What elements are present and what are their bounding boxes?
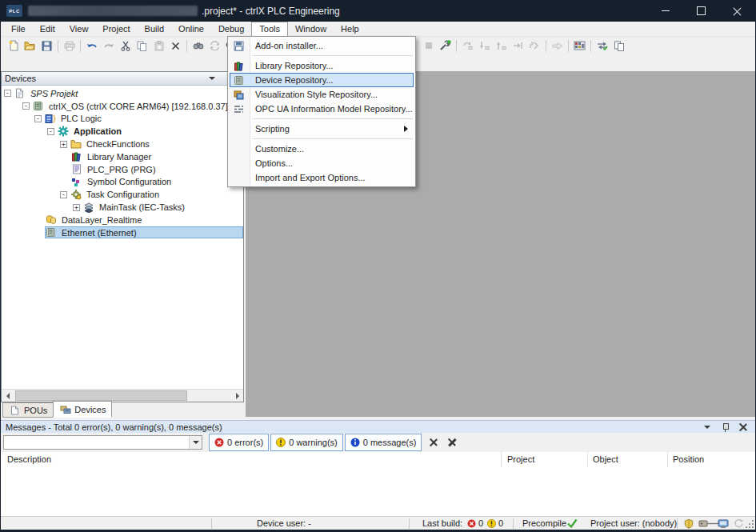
user-shield-icon[interactable]: [684, 518, 694, 529]
tree-item-datalayer-realtime[interactable]: DataLayer_Realtime: [2, 214, 243, 226]
tree-item-ctrlx-os[interactable]: - ctrlX_OS (ctrlX CORE ARM64) [192.168.0…: [2, 100, 243, 113]
menu-item-addon-installer[interactable]: Add-on installer...: [230, 38, 414, 53]
paste-icon[interactable]: [150, 38, 167, 54]
print-icon[interactable]: [61, 38, 78, 54]
menu-view[interactable]: View: [62, 22, 96, 36]
toolbar-separator: [80, 40, 81, 52]
compare-objects-icon[interactable]: [610, 38, 627, 54]
menu-edit[interactable]: Edit: [33, 22, 62, 36]
collapse-icon[interactable]: -: [47, 128, 54, 135]
device-user-status: Device user: -: [257, 517, 311, 530]
save-icon[interactable]: [38, 38, 55, 54]
menu-item-options[interactable]: Options...: [230, 156, 414, 170]
new-file-icon[interactable]: [5, 38, 22, 54]
refresh-icon[interactable]: [734, 518, 744, 529]
tree-item-application[interactable]: - Application: [2, 125, 243, 138]
stop-icon[interactable]: [420, 38, 437, 54]
panel-menu-dropdown-icon[interactable]: [704, 426, 710, 429]
cut-icon[interactable]: [117, 38, 134, 54]
menu-help[interactable]: Help: [334, 22, 366, 36]
close-panel-icon[interactable]: [739, 423, 746, 430]
run-to-cursor-icon[interactable]: [510, 38, 526, 54]
minimize-button[interactable]: [647, 0, 683, 22]
tree-item-sps-projekt[interactable]: - SPS Projekt: [2, 87, 243, 100]
build-wrench-icon[interactable]: [437, 38, 454, 54]
task-layers-icon: [82, 202, 94, 213]
step-into-icon[interactable]: [476, 38, 493, 54]
menu-item-opcua-repository[interactable]: OPC UA Information Model Repository...: [230, 102, 414, 116]
collapse-icon[interactable]: -: [34, 115, 42, 122]
replace-icon[interactable]: [206, 38, 223, 54]
menu-item-import-export-options[interactable]: Import and Export Options...: [230, 170, 414, 185]
undo-icon[interactable]: [83, 38, 100, 54]
menu-online[interactable]: Online: [171, 22, 211, 36]
menu-item-scripting[interactable]: Scripting: [230, 122, 414, 136]
resize-grip[interactable]: [745, 519, 754, 529]
horizontal-scrollbar[interactable]: [2, 389, 243, 402]
clear-all-messages-icon[interactable]: [448, 438, 455, 446]
toolbar-separator: [590, 40, 591, 52]
tree-item-checkfunctions[interactable]: + CheckFunctions: [2, 138, 243, 150]
menu-file[interactable]: File: [4, 22, 33, 36]
gateway-connection-icon[interactable]: [698, 518, 730, 529]
menu-item-library-repository[interactable]: Library Repository...: [230, 58, 414, 73]
tree-item-label: PLC Logic: [58, 114, 104, 123]
scroll-left-icon[interactable]: [2, 390, 14, 402]
find-icon[interactable]: [190, 38, 206, 54]
collapse-icon[interactable]: -: [60, 191, 67, 198]
tab-devices[interactable]: Devices: [53, 401, 112, 418]
step-over-icon[interactable]: [459, 38, 476, 54]
expand-icon[interactable]: +: [60, 141, 67, 148]
column-description[interactable]: Description: [7, 452, 51, 467]
tab-pous[interactable]: POUs: [2, 402, 54, 418]
menu-tools[interactable]: Tools: [251, 22, 288, 36]
tree-item-symbol-configuration[interactable]: Symbol Configuration: [2, 176, 243, 189]
warnings-filter-button[interactable]: 0 warning(s): [270, 434, 343, 451]
copy-icon[interactable]: [134, 38, 150, 54]
tree-item-library-manager[interactable]: Library Manager: [2, 150, 243, 163]
column-project[interactable]: Project: [507, 452, 534, 467]
combo-dropdown-button[interactable]: [189, 436, 202, 449]
compare-sync-icon[interactable]: [594, 38, 610, 54]
scroll-right-icon[interactable]: [231, 390, 243, 402]
tree-item-plc-logic[interactable]: - PLC Logic: [2, 113, 243, 126]
scrollbar-track[interactable]: [14, 390, 231, 402]
menu-project[interactable]: Project: [95, 22, 137, 36]
messages-panel-header: Messages - Total 0 error(s), 0 warning(s…: [1, 420, 755, 433]
menu-debug[interactable]: Debug: [211, 22, 251, 36]
tree-item-maintask[interactable]: + MainTask (IEC-Tasks): [2, 201, 243, 214]
message-category-combo[interactable]: [3, 435, 202, 450]
titlebar: PLC .project* - ctrlX PLC Engineering: [1, 0, 755, 22]
menu-item-label: Options...: [255, 158, 293, 168]
breakpoints-icon[interactable]: [571, 38, 588, 54]
column-position[interactable]: Position: [673, 452, 704, 467]
redo-icon[interactable]: [100, 38, 117, 54]
messages-table-body: [1, 467, 755, 516]
panel-menu-dropdown-icon[interactable]: [209, 77, 215, 80]
scrollbar-thumb[interactable]: [15, 390, 187, 401]
expand-icon[interactable]: +: [73, 204, 80, 211]
library-icon: [70, 151, 82, 162]
pin-icon[interactable]: [722, 422, 730, 432]
column-object[interactable]: Object: [593, 452, 618, 467]
clear-messages-icon[interactable]: [430, 438, 437, 446]
menu-item-visualization-style-repository[interactable]: Visualization Style Repository...: [230, 87, 414, 102]
maximize-button[interactable]: [683, 0, 719, 22]
open-file-icon[interactable]: [22, 38, 38, 54]
messages-filter-button[interactable]: 0 message(s): [345, 434, 422, 451]
tree-item-plc-prg[interactable]: PLC_PRG (PRG): [2, 163, 243, 176]
menu-build[interactable]: Build: [138, 22, 171, 36]
tree-item-task-configuration[interactable]: - Task Configuration: [2, 188, 243, 201]
close-button[interactable]: [719, 0, 755, 22]
menu-item-customize[interactable]: Customize...: [230, 142, 414, 156]
errors-filter-button[interactable]: 0 error(s): [209, 434, 269, 451]
collapse-icon[interactable]: -: [4, 90, 11, 97]
show-next-statement-icon[interactable]: [526, 38, 543, 54]
delete-icon[interactable]: [167, 38, 184, 54]
menu-window[interactable]: Window: [288, 22, 334, 36]
step-out-icon[interactable]: [493, 38, 510, 54]
menu-item-device-repository[interactable]: Device Repository...: [230, 73, 414, 87]
collapse-icon[interactable]: -: [22, 102, 30, 110]
goto-icon[interactable]: [549, 38, 566, 54]
tree-item-ethernet[interactable]: Ethernet (Ethernet): [2, 226, 243, 239]
